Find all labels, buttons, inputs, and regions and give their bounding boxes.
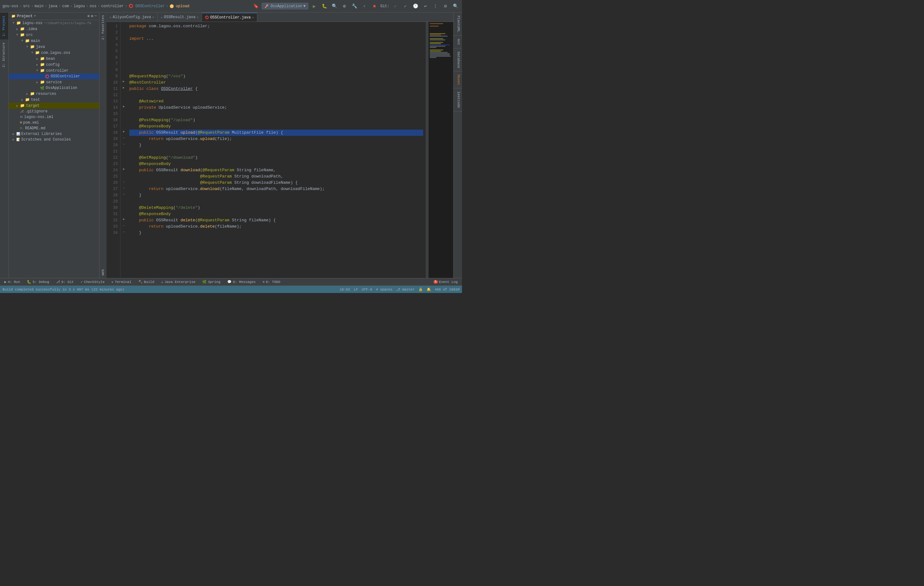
status-charset[interactable]: UTF-8	[362, 288, 372, 291]
code-line-18: public OSSResult upload(@RequestParam Mu…	[129, 130, 423, 136]
breadcrumb-gou-oss[interactable]: gou-oss	[3, 4, 18, 8]
tree-collapse-icon[interactable]: —	[94, 14, 97, 18]
code-line-17: @ResponseBody	[129, 123, 423, 130]
search-icon[interactable]: 🔍	[451, 2, 459, 10]
tree-iml[interactable]: Ⅿ lagou-oss.iml	[9, 114, 99, 120]
run-button[interactable]: ▶	[310, 2, 318, 10]
terminal-tab[interactable]: ▸ Terminal	[108, 279, 134, 284]
status-position: 466 of 1981M	[435, 288, 459, 291]
maven-panel[interactable]: Maven	[454, 71, 462, 88]
git-tab-label: 9: Git	[61, 280, 74, 284]
idea-label: .idea	[26, 27, 37, 31]
messages-tab[interactable]: 💬 0: Messages	[224, 279, 259, 284]
res-arrow-icon: ▶	[26, 92, 30, 96]
tab-aliyunconfig[interactable]: ☕ AliyunConfig.java ✕	[106, 13, 157, 21]
target-label: target	[26, 104, 40, 108]
code-content[interactable]: package com.lagou.oss.controller; import…	[127, 22, 426, 278]
tree-external-libs[interactable]: ▶ 📊 External Libraries	[9, 131, 99, 137]
scrollbar[interactable]	[426, 22, 428, 278]
tree-target[interactable]: ▶ 📁 target	[9, 103, 99, 109]
controller-folder-icon: 📁	[40, 68, 45, 73]
tab-osscontroller[interactable]: ⭕ OSSController.java ✕	[202, 13, 257, 21]
checkstyle-tab[interactable]: ✓ CheckStyle	[78, 279, 108, 284]
toolbar-right: 🔖 🚀 OssApplication ▼ ▶ 🐛 🔍 ⚙ 🔧 ⚡ ■ Git: …	[252, 2, 459, 10]
run-tab-label: 4: Run	[8, 280, 20, 284]
bottom-tabs: ▶ 4: Run 🐛 5: Debug ⎇ 9: Git ✓ CheckStyl…	[0, 278, 462, 286]
git-check-icon[interactable]: ✓	[391, 2, 399, 10]
database-panel[interactable]: Database	[454, 48, 462, 72]
tree-locate-icon[interactable]: ⊕	[87, 14, 89, 18]
leetcode-panel[interactable]: leetcode	[454, 88, 462, 111]
tree-root[interactable]: ▼ 📁 lagou-oss ~/IdeaProjects/lagou-fa	[9, 20, 99, 26]
git-checkmark-icon[interactable]: ✔	[401, 2, 409, 10]
more-run-button[interactable]: ⚙	[340, 2, 348, 10]
tab-osscontroller-close[interactable]: ✕	[252, 16, 254, 20]
status-time: 18:62	[340, 288, 350, 291]
tree-idea[interactable]: ▶ 📁 .idea	[9, 26, 99, 32]
debug-tab[interactable]: 🐛 5: Debug	[24, 279, 52, 284]
tree-config[interactable]: ▶ 📁 config	[9, 62, 99, 68]
bookmark-icon[interactable]: 🔖	[252, 2, 260, 10]
tree-test[interactable]: ▶ 📁 test	[9, 97, 99, 103]
coverage-button[interactable]: 🔍	[330, 2, 338, 10]
stop-button[interactable]: ■	[370, 2, 378, 10]
tab-ossresult-close[interactable]: ✕	[196, 15, 198, 19]
status-line-sep[interactable]: LF	[354, 288, 358, 291]
tab-aliyunconfig-close[interactable]: ✕	[152, 15, 154, 19]
debug-button[interactable]: 🐛	[320, 2, 328, 10]
checkstyle-tab-label: CheckStyle	[84, 280, 104, 284]
build-tab[interactable]: 🔨 Build	[135, 279, 157, 284]
tree-java[interactable]: ▼ 📁 java	[9, 44, 99, 50]
ant-panel[interactable]: Ant	[454, 36, 462, 48]
code-line-16: @PostMapping("/upload")	[129, 117, 423, 123]
status-branch[interactable]: ⎇ master	[396, 287, 415, 291]
tree-resources[interactable]: ▶ 📁 resources	[9, 91, 99, 97]
eventlog-badge: 5	[434, 280, 438, 284]
run-all-button[interactable]: ⚡	[360, 2, 368, 10]
run-tab-icon: ▶	[4, 280, 7, 284]
idea-arrow-icon: ▶	[16, 27, 20, 31]
tree-service[interactable]: ▶ 📁 service	[9, 79, 99, 85]
tree-com-lagou-oss[interactable]: ▼ 📁 com.lagou.oss	[9, 50, 99, 56]
tree-scratches[interactable]: ▶ 📝 Scratches and Consoles	[9, 137, 99, 142]
terminal-tab-icon: ▸	[111, 280, 114, 284]
tree-readme[interactable]: M↓ README.md	[9, 125, 99, 131]
web-label[interactable]: Web	[100, 267, 106, 278]
favorites-label[interactable]: 2: Favorites	[100, 13, 106, 42]
run-tab[interactable]: ▶ 4: Run	[1, 279, 23, 284]
git-tab[interactable]: ⎇ 9: Git	[53, 279, 77, 284]
git-history-icon[interactable]: 🕐	[411, 2, 419, 10]
status-indent[interactable]: 4 spaces	[376, 288, 393, 291]
gutter-autowired-icon: ◆	[120, 103, 127, 109]
eventlog-tab[interactable]: 5 Event Log	[431, 279, 461, 284]
tree-main[interactable]: ▼ 📁 main	[9, 38, 99, 44]
tree-src[interactable]: ▼ 📁 src	[9, 32, 99, 38]
git-more-icon[interactable]: ⋮	[431, 2, 439, 10]
tree-controller[interactable]: ▼ 📁 controller	[9, 68, 99, 74]
tree-gitignore[interactable]: ⎇ .gitignore	[9, 109, 99, 114]
plantuml-panel[interactable]: PlantUML	[454, 13, 462, 36]
javaee-tab-icon: ☕	[161, 280, 163, 284]
iml-icon: Ⅿ	[20, 115, 23, 119]
spring-tab[interactable]: 🌿 Spring	[199, 279, 223, 284]
tab-ossresult[interactable]: ☕ OSSResult.java ✕	[157, 13, 202, 21]
run-manager-button[interactable]: 🔧	[350, 2, 358, 10]
editor-area: ☕ AliyunConfig.java ✕ ☕ OSSResult.java ✕…	[106, 13, 453, 278]
code-editor[interactable]: 12345 678910 1112131415 1617181920 21222…	[106, 22, 453, 278]
pom-icon: M	[20, 121, 22, 125]
sidebar-item-structure[interactable]: 2: Structure	[0, 40, 8, 71]
tree-ossapplication[interactable]: 🌿 OssApplication	[9, 85, 99, 91]
tree-osscontroller[interactable]: ⭕ OSSController	[9, 74, 99, 79]
run-config-selector[interactable]: 🚀 OssApplication ▼	[262, 3, 308, 9]
todo-tab[interactable]: ≡ 6: TODO	[259, 279, 284, 284]
window-icon[interactable]: ⊡	[441, 2, 449, 10]
folder-icon: 📁	[11, 14, 16, 18]
tree-bean[interactable]: ▶ 📁 bean	[9, 56, 99, 62]
test-folder-icon: 📁	[25, 97, 30, 102]
tree-pom[interactable]: M pom.xml	[9, 120, 99, 125]
line-numbers: 12345 678910 1112131415 1617181920 21222…	[106, 22, 120, 278]
sidebar-item-project[interactable]: 1: Project	[0, 13, 8, 40]
git-revert-icon[interactable]: ↩	[421, 2, 429, 10]
tree-settings-icon[interactable]: ⚙	[91, 14, 93, 18]
javaee-tab[interactable]: ☕ Java Enterprise	[158, 279, 199, 284]
